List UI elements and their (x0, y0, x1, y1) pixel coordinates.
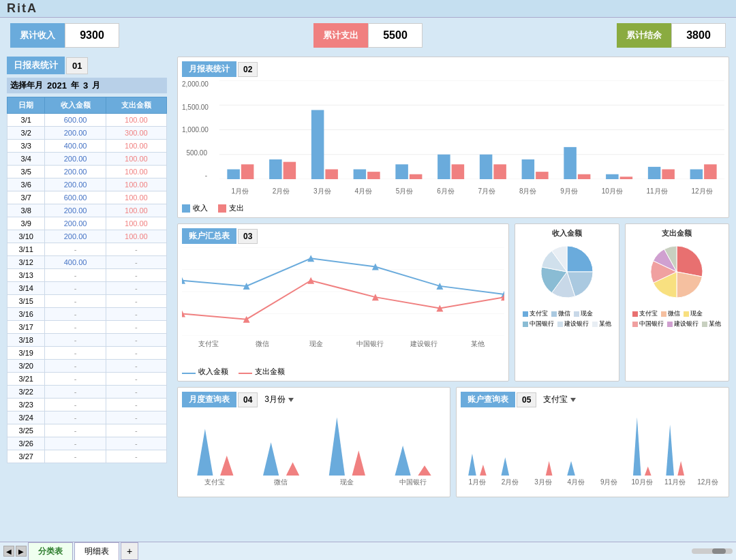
monthly-query-x-labels: 支付宝微信现金中国银行 (182, 478, 446, 487)
svg-rect-11 (354, 170, 367, 180)
monthly-query-num: 04 (238, 392, 258, 407)
legend-item: 支付宝 (523, 309, 548, 318)
account-query-header: 账户查询表 05 支付宝 (461, 392, 724, 407)
scroll-track[interactable] (692, 548, 733, 554)
table-row: 3/11-- (7, 243, 167, 256)
cell-date: 3/21 (7, 373, 45, 386)
svg-marker-59 (480, 465, 487, 476)
svg-rect-23 (606, 174, 619, 179)
table-row: 3/25-- (7, 424, 167, 437)
expense-pie-chart (639, 241, 714, 309)
top-bar: RitA (0, 0, 736, 18)
svg-rect-7 (269, 159, 282, 179)
cell-expense: 100.00 (106, 153, 166, 166)
legend-item: 现金 (684, 309, 703, 318)
x-label: 6月份 (437, 187, 455, 196)
cell-income: 400.00 (45, 140, 106, 153)
x-label: 微信 (236, 339, 290, 349)
account-query-dropdown[interactable]: 支付宝 (543, 394, 576, 405)
svg-marker-54 (468, 454, 476, 476)
table-row: 3/27-- (7, 450, 167, 463)
svg-rect-8 (283, 162, 296, 179)
table-row: 3/19-- (7, 347, 167, 360)
monthly-x-labels: 1月份2月份3月份4月份5月份6月份7月份8月份9月份10月份11月份12月份 (219, 187, 724, 196)
account-query-arrow[interactable] (570, 398, 576, 402)
x-label: 1月份 (461, 478, 493, 487)
cell-expense: - (106, 308, 166, 321)
bottom-row: 月度查询表 04 3月份 支付宝微信现金中国银行 (177, 387, 729, 497)
y-label-3: 1,000.00 (182, 126, 209, 134)
monthly-chart-section: 月报表统计 02 2,000.00 1,500.00 1,000.00 500.… (177, 57, 729, 218)
legend-item: 某他 (702, 320, 721, 328)
daily-title: 日报表统计 (7, 57, 65, 74)
month-value: 3 (83, 80, 88, 91)
table-row: 3/17-- (7, 321, 167, 334)
cell-expense: - (106, 321, 166, 334)
income-label: 累计收入 (10, 23, 65, 48)
cell-income: - (45, 321, 106, 334)
line-expense-icon (239, 373, 252, 374)
tab-nav-right[interactable]: ▶ (16, 546, 27, 557)
daily-table: 日期 收入金额 支出金额 3/1600.00100.003/2200.00300… (7, 97, 167, 463)
tab-detail[interactable]: 明细表 (74, 542, 119, 560)
income-pie-legend: 支付宝微信现金中国银行建设银行某他 (523, 309, 611, 330)
svg-rect-19 (522, 159, 535, 179)
cell-expense: - (106, 269, 166, 282)
line-income-icon (182, 373, 196, 374)
legend-item: 支付宝 (632, 309, 658, 318)
year-unit: 年 (71, 80, 79, 91)
table-row: 3/14-- (7, 282, 167, 295)
income-pie-section: 收入金额 支付宝微信现金中国银行建设银行某他 (515, 223, 619, 382)
tab-classification[interactable]: 分类表 (28, 542, 73, 560)
svg-rect-18 (493, 165, 506, 180)
cell-income: 200.00 (45, 153, 106, 166)
svg-marker-52 (352, 451, 365, 476)
svg-rect-28 (704, 165, 717, 180)
svg-marker-58 (666, 424, 674, 476)
legend-expense: 支出 (218, 203, 244, 213)
scroll-thumb[interactable] (712, 548, 726, 554)
y-label-4: 500.00 (182, 149, 209, 157)
account-legend-income-label: 收入金额 (198, 367, 228, 377)
cell-date: 3/25 (7, 424, 45, 437)
left-panel: 日报表统计 01 选择年月 2021 年 3 月 日期 收入金额 支出金额 (0, 53, 170, 542)
monthly-query-dropdown[interactable]: 3月份 (264, 394, 294, 405)
col-date: 日期 (7, 97, 45, 114)
cell-income: 200.00 (45, 230, 106, 243)
x-label: 12月份 (692, 478, 724, 487)
legend-item: 微信 (551, 309, 570, 318)
account-section: 账户汇总表 03 支付宝微信现金中国银行建设银行某他 收入金额 (177, 223, 509, 382)
col-income: 收入金额 (45, 97, 106, 114)
cell-income: - (45, 308, 106, 321)
cell-date: 3/3 (7, 140, 45, 153)
year-value: 2021 (47, 80, 67, 91)
income-pie-chart (530, 241, 604, 309)
account-num: 03 (238, 229, 258, 244)
svg-marker-62 (677, 461, 684, 476)
cell-income: 200.00 (45, 166, 106, 178)
tab-add-btn[interactable]: + (121, 542, 138, 560)
cell-expense: - (106, 256, 166, 269)
cell-date: 3/8 (7, 204, 45, 217)
svg-rect-10 (325, 170, 338, 180)
table-row: 3/23-- (7, 399, 167, 411)
legend-item: 微信 (661, 309, 680, 318)
cell-date: 3/7 (7, 191, 45, 204)
expense-pie-title: 支出金额 (662, 228, 692, 238)
expense-pie-legend: 支付宝微信现金中国银行建设银行某他 (632, 309, 721, 330)
tab-nav-left[interactable]: ◀ (3, 546, 14, 557)
monthly-title: 月报表统计 (182, 61, 236, 77)
monthly-query-title: 月度查询表 (182, 392, 236, 407)
monthly-query-arrow[interactable] (288, 398, 294, 402)
mid-row: 账户汇总表 03 支付宝微信现金中国银行建设银行某他 收入金额 (177, 223, 729, 382)
cell-date: 3/2 (7, 127, 45, 140)
x-label: 现金 (314, 478, 380, 487)
table-row: 3/18-- (7, 334, 167, 347)
app-title: RitA (7, 1, 37, 16)
x-label: 10月份 (626, 478, 658, 487)
balance-card: 累计结余 3800 (617, 23, 726, 48)
month-unit: 月 (92, 80, 100, 91)
tab-bar: ◀ ▶ 分类表 明细表 + (0, 542, 736, 560)
legend-item: 中国银行 (632, 320, 664, 328)
account-query-num: 05 (517, 392, 536, 407)
